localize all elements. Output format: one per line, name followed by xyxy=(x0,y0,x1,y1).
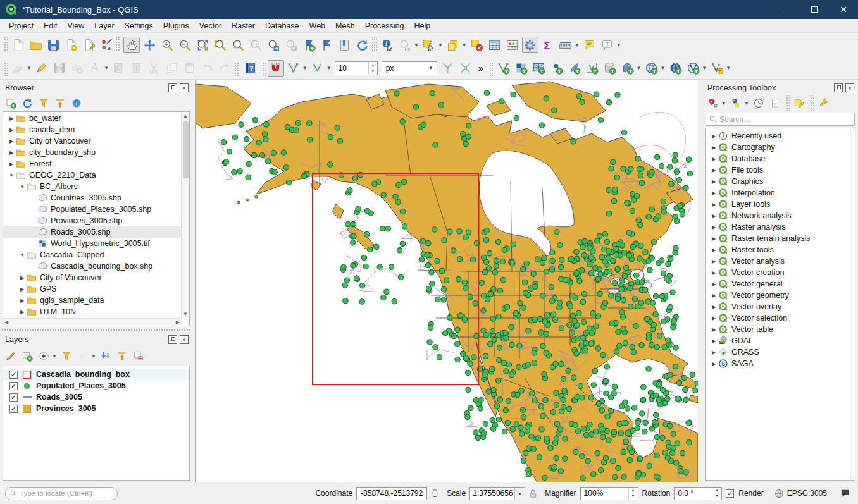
menu-database[interactable]: Database xyxy=(260,20,304,32)
processing-group-recently-used[interactable]: ▶Recently used xyxy=(706,130,855,142)
processing-group-cartography[interactable]: ▶Cartography xyxy=(706,142,855,153)
add-vector-tile-layer-button[interactable] xyxy=(685,60,701,77)
models-dropdown-icon[interactable]: ▼ xyxy=(721,101,726,106)
python-scripts-button[interactable] xyxy=(728,95,743,111)
chevron-down-icon[interactable]: ▼ xyxy=(428,65,437,71)
menu-edit[interactable]: Edit xyxy=(39,20,63,32)
add-postgis-layer-dropdown-icon[interactable]: ▼ xyxy=(636,65,641,71)
expander-icon[interactable]: ▶ xyxy=(709,259,718,264)
locator-input[interactable] xyxy=(20,489,117,497)
expander-icon[interactable]: ▶ xyxy=(7,161,16,167)
properties-widget-button[interactable] xyxy=(69,95,84,111)
close-button[interactable]: × xyxy=(829,0,858,19)
browser-item-cascadia-clipped[interactable]: ▼Cascadia_Clipped xyxy=(3,249,189,261)
expander-icon[interactable]: ▶ xyxy=(709,327,718,333)
snapping-tolerance[interactable]: ▲▼ xyxy=(335,61,378,75)
zoom-full-extent-button[interactable] xyxy=(194,37,211,53)
menu-project[interactable]: Project xyxy=(4,20,39,32)
expander-icon[interactable]: ▶ xyxy=(709,247,718,253)
processing-group-vector-table[interactable]: ▶Vector table xyxy=(706,324,855,335)
layer-visibility-checkbox[interactable]: ✓ xyxy=(9,382,18,390)
browser-item-qgis-sample-data[interactable]: ▶qgis_sample_data xyxy=(3,295,189,306)
layers-float-button[interactable] xyxy=(168,335,177,344)
rotation-spinbox[interactable]: 0.0 ° ▲▼ xyxy=(674,487,722,500)
layer-item-provinces-3005[interactable]: ✓Provinces_3005 xyxy=(3,403,189,414)
expander-icon[interactable]: ▶ xyxy=(7,138,16,144)
browser-horizontal-scrollbar[interactable]: ◀▶ xyxy=(3,318,181,326)
layer-item-roads-3005[interactable]: ✓Roads_3005 xyxy=(3,391,189,403)
processing-group-saga[interactable]: ▶SAGA xyxy=(706,358,855,369)
manage-map-themes-dropdown-icon[interactable]: ▼ xyxy=(52,353,57,359)
processing-group-raster-tools[interactable]: ▶Raster tools xyxy=(706,244,855,255)
spin-down-icon[interactable]: ▼ xyxy=(629,493,638,500)
browser-item-roads-3005-shp[interactable]: Roads_3005.shp xyxy=(3,226,189,238)
expand-all-button[interactable] xyxy=(98,348,113,364)
messages-icon[interactable] xyxy=(840,488,850,499)
run-feature-action-dropdown-icon[interactable]: ▼ xyxy=(414,42,419,48)
layer-visibility-checkbox[interactable]: ✓ xyxy=(9,371,18,379)
refresh-map-button[interactable] xyxy=(354,37,370,53)
select-features-by-value-dropdown-icon[interactable]: ▼ xyxy=(462,42,467,48)
layer-visibility-checkbox[interactable]: ✓ xyxy=(9,405,18,413)
expander-icon[interactable]: ▼ xyxy=(18,252,27,258)
expander-icon[interactable]: ▶ xyxy=(709,168,718,173)
menu-raster[interactable]: Raster xyxy=(227,20,260,32)
open-layer-styling-button[interactable] xyxy=(3,348,18,364)
browser-item-city-boundary-shp[interactable]: ▶city_boundary_shp xyxy=(3,147,189,158)
filter-legend-button[interactable] xyxy=(59,348,74,364)
browser-item-forest[interactable]: ▶Forest xyxy=(3,158,189,169)
new-annotation-layer-button[interactable] xyxy=(566,60,582,77)
advanced-digitizing-tools-dropdown-icon[interactable]: ▼ xyxy=(104,65,109,71)
map-tips-button[interactable] xyxy=(581,37,598,53)
add-vector-tile-layer-dropdown-icon[interactable]: ▼ xyxy=(702,65,707,71)
zoom-last-button[interactable] xyxy=(265,37,282,53)
new-print-layout-button[interactable] xyxy=(63,37,79,53)
expander-icon[interactable]: ▶ xyxy=(709,293,718,298)
expander-icon[interactable]: ▶ xyxy=(709,304,718,310)
zoom-in-button[interactable] xyxy=(159,37,175,53)
browser-item-utm-10n[interactable]: ▶UTM_10N xyxy=(3,306,189,317)
browser-item-city-of-vancouver[interactable]: ▶City of Vancouver xyxy=(3,272,189,283)
browser-item-canada-dem[interactable]: ▶canada_dem xyxy=(3,124,189,135)
open-project-button[interactable] xyxy=(27,37,44,53)
coordinate-box[interactable]: -858748,-2513792 xyxy=(356,487,427,500)
render-checkbox[interactable]: ✓ xyxy=(726,489,734,498)
expander-icon[interactable]: ▶ xyxy=(709,236,718,242)
layer-item-populated-places-3005[interactable]: ✓Populated_Places_3005 xyxy=(3,380,189,391)
select-features-dropdown-icon[interactable]: ▼ xyxy=(438,42,443,48)
expander-icon[interactable]: ▶ xyxy=(7,116,16,121)
new-shapefile-layer-button[interactable] xyxy=(513,60,529,77)
text-annotation-dropdown-icon[interactable]: ▼ xyxy=(616,42,621,48)
scale-combo[interactable]: 1:37550656 ▼ xyxy=(469,487,525,500)
scale-dropdown-icon[interactable]: ▼ xyxy=(514,488,525,500)
processing-group-layer-tools[interactable]: ▶Layer tools xyxy=(706,199,855,210)
filter-browser-button[interactable] xyxy=(36,95,51,111)
add-wfs-layer-button[interactable] xyxy=(667,60,683,77)
add-selected-layers-button[interactable] xyxy=(3,95,18,111)
select-features-by-value-button[interactable] xyxy=(445,37,461,53)
snap-geometry-type-button[interactable] xyxy=(309,60,326,77)
expander-icon[interactable]: ▼ xyxy=(18,184,27,190)
zoom-out-button[interactable] xyxy=(177,37,193,53)
snapping-mode-button[interactable] xyxy=(285,60,302,77)
expander-icon[interactable]: ▶ xyxy=(7,127,16,133)
current-edits-dropdown-icon[interactable]: ▼ xyxy=(27,65,32,71)
processing-group-raster-terrain-analysis[interactable]: ▶Raster terrain analysis xyxy=(706,233,855,244)
maximize-button[interactable] xyxy=(800,0,829,19)
collapse-all-button[interactable] xyxy=(53,95,68,111)
filter-by-expression-dropdown-icon[interactable]: ▼ xyxy=(91,353,96,359)
processing-search-input[interactable] xyxy=(719,115,854,124)
python-scripts-dropdown-icon[interactable]: ▼ xyxy=(744,101,749,106)
expander-icon[interactable]: ▶ xyxy=(709,316,718,321)
expander-icon[interactable]: ▶ xyxy=(709,190,718,196)
expander-icon[interactable]: ▶ xyxy=(18,298,27,304)
new-geopackage-layer-button[interactable] xyxy=(495,60,511,77)
browser-item-geog-2210-data[interactable]: ▼GEOG_2210_Data xyxy=(3,169,189,181)
menu-settings[interactable]: Settings xyxy=(120,20,158,32)
show-statistics-button[interactable] xyxy=(540,37,556,53)
remove-layer-button[interactable] xyxy=(131,348,146,364)
save-project-button[interactable] xyxy=(45,37,61,53)
menu-mesh[interactable]: Mesh xyxy=(330,20,360,32)
expander-icon[interactable]: ▶ xyxy=(709,281,718,287)
snapping-on-intersection-button[interactable] xyxy=(457,60,474,77)
